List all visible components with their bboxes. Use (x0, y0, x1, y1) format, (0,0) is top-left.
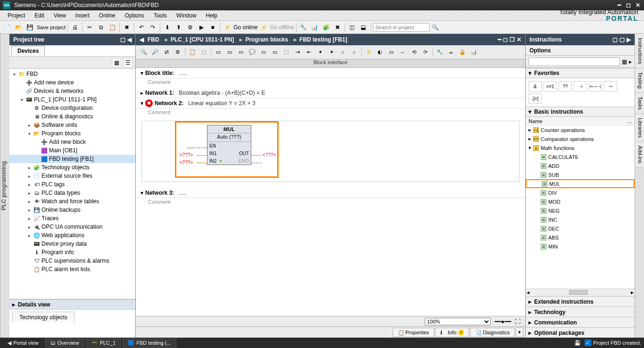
favorite-item[interactable]: ⤳ (604, 81, 617, 91)
port-eno[interactable]: ENO (229, 157, 251, 165)
favorite-item[interactable]: >=1 (544, 81, 557, 91)
et-icon[interactable]: ⟳ (420, 47, 430, 58)
devices-tab[interactable]: Devices (11, 46, 45, 56)
tool2-icon[interactable]: 📊 (310, 22, 320, 33)
stop-icon[interactable]: ■ (207, 22, 218, 33)
instruction-item[interactable]: ≡MIN (526, 242, 635, 251)
network-3-header[interactable]: ▾ Network 3: ..... (136, 188, 525, 198)
favorites-header[interactable]: ▾Favorites (526, 68, 635, 78)
goonline-icon[interactable]: ⚡ (222, 22, 232, 33)
tree-item[interactable]: 🖥Online & diagnostics (9, 112, 135, 121)
editor-max-icon[interactable]: ◻ (503, 36, 508, 43)
et-icon[interactable]: ⇤ (304, 47, 314, 58)
menu-insert[interactable]: Insert (71, 12, 94, 19)
arrow-icon[interactable]: ◀ (127, 36, 132, 43)
sim-icon[interactable]: ▶ (196, 22, 206, 33)
et-icon[interactable]: ✦ (326, 47, 337, 58)
et-icon[interactable]: 🔎 (150, 47, 160, 58)
et-icon[interactable]: 📋 (187, 47, 198, 58)
new-project-icon[interactable]: 📄 (2, 22, 12, 33)
network-2-header[interactable]: ▾ ✖ Network 2: Linear equation Y = 2X + … (136, 98, 525, 108)
basic-instructions-header[interactable]: ▾Basic instructions (526, 107, 635, 117)
favorite-item[interactable]: ⊣ (574, 81, 587, 91)
tree-item[interactable]: ▸👁Watch and force tables (9, 197, 135, 206)
delete-icon[interactable]: ✖ (122, 22, 132, 33)
favorite-item[interactable]: -[=] (528, 93, 542, 104)
tree-item[interactable]: 📟Device proxy data (9, 240, 135, 248)
save-icon[interactable]: 💾 (25, 22, 35, 33)
tree-item[interactable]: ▾📁FBD (9, 70, 135, 78)
editor-restore-icon[interactable]: ❐ (510, 36, 515, 43)
gooffline-icon[interactable]: ⚡ (259, 22, 269, 33)
close-icon[interactable]: ✕ (635, 2, 641, 8)
et-icon[interactable]: 💬 (247, 47, 257, 58)
tree-item[interactable]: 📋PLC alarm text lists (9, 265, 135, 273)
et-icon[interactable]: ▭ (213, 47, 223, 58)
et-icon[interactable]: ▭ (224, 47, 235, 58)
tool1-icon[interactable]: 🔧 (298, 22, 309, 33)
port-en[interactable]: EN (207, 142, 229, 149)
tree-item[interactable]: ▸📈Traces (9, 214, 135, 223)
block-interface-bar[interactable]: Block interface (136, 59, 525, 68)
save-label[interactable]: Save project (37, 25, 66, 30)
et-icon[interactable]: ⚡ (363, 47, 374, 58)
paste-icon[interactable]: 📋 (107, 22, 117, 33)
tree-filter-icon[interactable]: ☰ (123, 58, 132, 67)
rail-libraries[interactable]: Libraries (635, 114, 644, 142)
chevron-down-icon[interactable]: ▾ (139, 100, 145, 107)
network-1-header[interactable]: ▸ Network 1: Boolean algebra - (A+B)(C+D… (136, 88, 525, 98)
favorite-item[interactable]: ?? (559, 81, 572, 91)
tree-item[interactable]: ▾📂Program blocks (9, 129, 135, 138)
dock-icon[interactable]: ▢ (612, 36, 618, 43)
arrow-icon[interactable]: ▶ (627, 36, 631, 43)
et-icon[interactable]: 🔒 (457, 47, 468, 58)
print-icon[interactable]: 🖨 (70, 22, 80, 33)
details-view-header[interactable]: ▸ Details view (9, 299, 135, 309)
dock2-icon[interactable]: ▢ (619, 36, 625, 43)
maximize-icon[interactable]: ◻ (625, 2, 632, 8)
instruction-item[interactable]: ≡DIV (526, 188, 635, 197)
menu-options[interactable]: Options (120, 12, 149, 19)
technology-section[interactable]: ▸Technology (526, 307, 635, 317)
tab-properties[interactable]: 📋Properties (393, 328, 434, 337)
search-go-icon[interactable]: 🔍 (430, 22, 441, 33)
collapse-left-icon[interactable]: ◀ (140, 36, 144, 43)
tree-item[interactable]: ▸📄External source files (9, 172, 135, 180)
et-icon[interactable]: 🔍 (139, 47, 149, 58)
tree-item[interactable]: ▸📦Software units (9, 121, 135, 129)
menu-view[interactable]: View (49, 12, 71, 19)
network-2-comment[interactable]: Comment (136, 108, 525, 118)
status-tab-overview[interactable]: 🗂 Overview (45, 339, 84, 347)
tab-collapse[interactable]: ▾ (516, 327, 523, 337)
split-h-icon[interactable]: ◫ (347, 22, 357, 33)
instruction-item[interactable]: ≡ABS (526, 233, 635, 242)
instruction-item[interactable]: ≡MOD (526, 197, 635, 206)
tree-item[interactable]: 🔗Devices & networks (9, 87, 135, 95)
tree-item[interactable]: ▸🌐Web applications (9, 231, 135, 240)
et-icon[interactable]: ⬚ (281, 47, 291, 58)
favorite-item[interactable]: & (528, 81, 542, 91)
rail-addins[interactable]: Add-ins (635, 142, 644, 167)
filter-icon[interactable]: ▦ (622, 58, 627, 65)
zoom-fit-icon[interactable]: ⛶ (515, 318, 520, 325)
port-in1[interactable]: IN1 (207, 149, 229, 157)
portal-view-button[interactable]: ◀ Portal view (3, 339, 43, 347)
instruction-group[interactable]: ▸<>Comparator operations (526, 134, 635, 143)
instruction-item[interactable]: ≡ADD (526, 161, 635, 170)
et-icon[interactable]: 📊 (469, 47, 479, 58)
left-rail-tab[interactable]: PLC programming (0, 34, 9, 338)
et-icon[interactable]: ⚙ (173, 47, 183, 58)
redo-icon[interactable]: ↷ (148, 22, 158, 33)
tab-info[interactable]: ℹInfo! (435, 328, 469, 337)
status-save-icon[interactable]: 💾 (574, 340, 581, 346)
undo-icon[interactable]: ↶ (136, 22, 147, 33)
communication-section[interactable]: ▸Communication (526, 317, 635, 327)
port-out[interactable]: OUT (229, 149, 251, 157)
favorite-item[interactable]: ⊢○⊣ (589, 81, 602, 91)
instruction-filter-input[interactable] (528, 58, 620, 66)
et-icon[interactable]: ✦ (315, 47, 325, 58)
et-icon[interactable]: ↔ (397, 47, 408, 58)
et-icon[interactable]: ⇄ (161, 47, 172, 58)
et-icon[interactable]: ⇥ (292, 47, 303, 58)
network-3-comment[interactable]: Comment (136, 198, 525, 207)
